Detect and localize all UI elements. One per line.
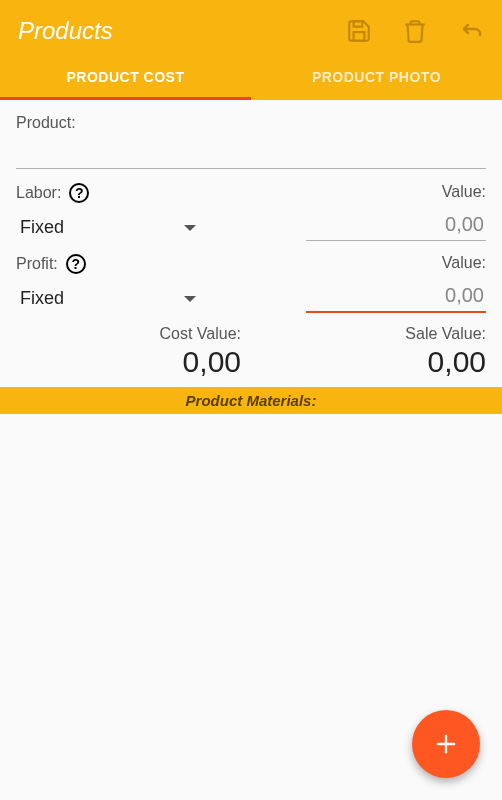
labor-type-value: Fixed — [20, 217, 64, 238]
sale-value-label: Sale Value: — [261, 325, 486, 343]
labor-label-line: Labor: ? — [16, 183, 243, 203]
sale-summary: Sale Value: 0,00 — [261, 325, 486, 379]
labor-value-input[interactable] — [306, 211, 486, 241]
profit-label-line: Profit: ? — [16, 254, 243, 274]
header-actions — [344, 16, 486, 46]
add-button[interactable] — [412, 710, 480, 778]
product-label: Product: — [16, 114, 486, 132]
profit-value-input[interactable] — [306, 282, 486, 313]
cost-summary: Cost Value: 0,00 — [16, 325, 241, 379]
tab-product-photo[interactable]: PRODUCT PHOTO — [251, 57, 502, 100]
labor-value-label: Value: — [442, 183, 486, 201]
materials-header: Product Materials: — [0, 387, 502, 414]
profit-label: Profit: — [16, 255, 58, 273]
labor-type-select[interactable]: Fixed — [16, 213, 196, 244]
chevron-down-icon — [184, 225, 196, 231]
profit-type-value: Fixed — [20, 288, 64, 309]
product-field: Product: — [0, 100, 502, 173]
profit-type-select[interactable]: Fixed — [16, 284, 196, 315]
app-header: Products — [0, 0, 502, 100]
help-icon[interactable]: ? — [69, 183, 89, 203]
cost-value-label: Cost Value: — [16, 325, 241, 343]
labor-label: Labor: — [16, 184, 61, 202]
cost-value: 0,00 — [16, 345, 241, 379]
sale-value: 0,00 — [261, 345, 486, 379]
content: Product: Labor: ? Fixed Value: Profit: ? — [0, 100, 502, 414]
help-icon[interactable]: ? — [66, 254, 86, 274]
back-icon[interactable] — [456, 16, 486, 46]
product-input[interactable] — [16, 136, 486, 169]
save-icon[interactable] — [344, 16, 374, 46]
delete-icon[interactable] — [400, 16, 430, 46]
svg-rect-1 — [354, 32, 365, 41]
profit-row: Profit: ? Fixed Value: — [0, 244, 502, 315]
summary-row: Cost Value: 0,00 Sale Value: 0,00 — [0, 315, 502, 387]
profit-value-label: Value: — [442, 254, 486, 272]
tab-product-cost[interactable]: PRODUCT COST — [0, 57, 251, 100]
svg-rect-0 — [354, 21, 363, 26]
page-title: Products — [18, 17, 113, 45]
header-top: Products — [0, 0, 502, 57]
chevron-down-icon — [184, 296, 196, 302]
labor-row: Labor: ? Fixed Value: — [0, 173, 502, 244]
tabs: PRODUCT COST PRODUCT PHOTO — [0, 57, 502, 100]
